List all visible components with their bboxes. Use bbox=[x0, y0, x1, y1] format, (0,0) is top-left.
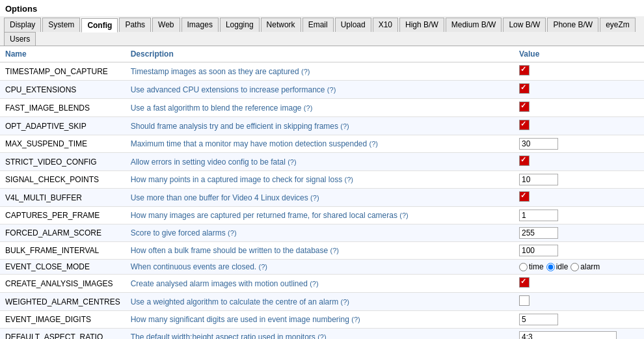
checkbox-checked-icon[interactable] bbox=[519, 65, 530, 75]
row-name-signal_check_points: SIGNAL_CHECK_POINTS bbox=[0, 171, 126, 189]
text-input-forced_alarm_score[interactable] bbox=[519, 227, 558, 239]
table-row: DEFAULT_ASPECT_RATIOThe default width:he… bbox=[0, 329, 644, 340]
tabs-bar: DisplaySystemConfigPathsWebImagesLogging… bbox=[0, 16, 644, 46]
help-icon[interactable]: (?) bbox=[310, 280, 318, 288]
tab-display[interactable]: Display bbox=[4, 18, 41, 32]
row-desc-text: Use advanced CPU extensions to increase … bbox=[131, 85, 327, 94]
tab-x10[interactable]: X10 bbox=[373, 18, 398, 32]
tab-high-bw[interactable]: High B/W bbox=[399, 18, 444, 32]
text-input-captures_per_frame[interactable] bbox=[519, 210, 558, 221]
row-name-bulk_frame_interval: BULK_FRAME_INTERVAL bbox=[0, 242, 126, 260]
radio-input-idle[interactable] bbox=[546, 263, 555, 271]
row-desc-text: The default width:height aspect ratio us… bbox=[131, 332, 318, 339]
help-icon[interactable]: (?) bbox=[304, 104, 312, 112]
row-desc-timestamp_on_capture: Timestamp images as soon as they are cap… bbox=[126, 62, 514, 81]
checkbox-unchecked-icon[interactable] bbox=[519, 295, 530, 306]
options-table: Name Description Value TIMESTAMP_ON_CAPT… bbox=[0, 46, 644, 339]
row-desc-text: How often a bulk frame should be written… bbox=[131, 246, 330, 255]
row-desc-text: Should frame analysis try and be efficie… bbox=[131, 122, 341, 131]
help-icon[interactable]: (?) bbox=[340, 122, 349, 130]
text-input-bulk_frame_interval[interactable] bbox=[519, 245, 558, 256]
tab-eyezm[interactable]: eyeZm bbox=[600, 18, 636, 32]
row-desc-text: Timestamp images as soon as they are cap… bbox=[131, 67, 301, 76]
row-name-opt_adaptive_skip: OPT_ADAPTIVE_SKIP bbox=[0, 117, 126, 135]
table-row: MAX_SUSPEND_TIMEMaximum time that a moni… bbox=[0, 135, 644, 153]
help-icon[interactable]: (?) bbox=[288, 158, 296, 166]
help-icon[interactable]: (?) bbox=[310, 194, 319, 202]
row-desc-text: How many significant digits are used in … bbox=[131, 315, 352, 324]
row-value-max_suspend_time bbox=[514, 135, 644, 153]
checkbox-checked-icon[interactable] bbox=[519, 156, 530, 166]
row-desc-strict_video_config: Allow errors in setting video config to … bbox=[126, 153, 514, 171]
table-row: SIGNAL_CHECK_POINTSHow many points in a … bbox=[0, 171, 644, 189]
row-desc-text: Use a fast algorithm to blend the refere… bbox=[131, 103, 304, 113]
checkbox-checked-icon[interactable] bbox=[519, 277, 530, 288]
row-desc-text: Allow errors in setting video config to … bbox=[131, 157, 288, 167]
tab-phone-bw[interactable]: Phone B/W bbox=[547, 18, 598, 32]
row-value-captures_per_frame bbox=[514, 207, 644, 224]
tab-upload[interactable]: Upload bbox=[335, 18, 371, 32]
row-name-strict_video_config: STRICT_VIDEO_CONFIG bbox=[0, 153, 126, 171]
tab-low-bw[interactable]: Low B/W bbox=[503, 18, 546, 32]
help-icon[interactable]: (?) bbox=[399, 211, 408, 219]
tab-logging[interactable]: Logging bbox=[220, 18, 260, 32]
radio-input-alarm[interactable] bbox=[570, 263, 579, 271]
content-area: Name Description Value TIMESTAMP_ON_CAPT… bbox=[0, 46, 644, 339]
row-name-default_aspect_ratio: DEFAULT_ASPECT_RATIO bbox=[0, 329, 126, 340]
text-input-signal_check_points[interactable] bbox=[519, 174, 558, 185]
table-row: WEIGHTED_ALARM_CENTRESUse a weighted alg… bbox=[0, 293, 644, 311]
help-icon[interactable]: (?) bbox=[351, 316, 360, 323]
radio-label-time[interactable]: time bbox=[519, 262, 544, 271]
table-row: OPT_ADAPTIVE_SKIPShould frame analysis t… bbox=[0, 117, 644, 135]
help-icon[interactable]: (?) bbox=[327, 86, 336, 94]
col-header-value: Value bbox=[514, 46, 644, 62]
checkbox-checked-icon[interactable] bbox=[519, 191, 530, 202]
row-value-timestamp_on_capture bbox=[514, 62, 644, 81]
row-value-cpu_extensions bbox=[514, 81, 644, 99]
tab-paths[interactable]: Paths bbox=[119, 18, 151, 32]
radio-input-time[interactable] bbox=[519, 263, 528, 271]
help-icon[interactable]: (?) bbox=[330, 247, 339, 254]
row-name-weighted_alarm_centres: WEIGHTED_ALARM_CENTRES bbox=[0, 293, 126, 311]
radio-label-idle[interactable]: idle bbox=[546, 262, 569, 271]
tab-medium-bw[interactable]: Medium B/W bbox=[446, 18, 502, 32]
tab-config[interactable]: Config bbox=[81, 18, 118, 33]
tab-email[interactable]: Email bbox=[302, 18, 334, 32]
checkbox-checked-icon[interactable] bbox=[519, 120, 530, 130]
checkbox-checked-icon[interactable] bbox=[519, 83, 530, 94]
help-icon[interactable]: (?) bbox=[301, 68, 310, 75]
row-value-strict_video_config bbox=[514, 153, 644, 171]
help-icon[interactable]: (?) bbox=[345, 176, 353, 183]
row-value-fast_image_blends bbox=[514, 99, 644, 117]
row-desc-max_suspend_time: Maximum time that a monitor may have mot… bbox=[126, 135, 514, 153]
row-desc-event_close_mode: When continuous events are closed. (?) bbox=[126, 260, 514, 275]
tab-system[interactable]: System bbox=[42, 18, 80, 32]
tab-users[interactable]: Users bbox=[4, 32, 36, 46]
radio-label-alarm[interactable]: alarm bbox=[570, 262, 600, 271]
help-icon[interactable]: (?) bbox=[341, 298, 349, 306]
table-row: TIMESTAMP_ON_CAPTURETimestamp images as … bbox=[0, 62, 644, 81]
text-input-event_image_digits[interactable] bbox=[519, 314, 558, 325]
tab-images[interactable]: Images bbox=[181, 18, 219, 32]
table-row: EVENT_CLOSE_MODEWhen continuous events a… bbox=[0, 260, 644, 275]
help-icon[interactable]: (?) bbox=[228, 229, 236, 237]
text-input-max_suspend_time[interactable] bbox=[519, 138, 558, 150]
table-row: STRICT_VIDEO_CONFIGAllow errors in setti… bbox=[0, 153, 644, 171]
row-desc-cpu_extensions: Use advanced CPU extensions to increase … bbox=[126, 81, 514, 99]
checkbox-checked-icon[interactable] bbox=[519, 102, 530, 112]
row-value-weighted_alarm_centres bbox=[514, 293, 644, 311]
row-value-default_aspect_ratio bbox=[514, 329, 644, 340]
table-row: EVENT_IMAGE_DIGITSHow many significant d… bbox=[0, 311, 644, 329]
table-row: BULK_FRAME_INTERVALHow often a bulk fram… bbox=[0, 242, 644, 260]
tab-web[interactable]: Web bbox=[152, 18, 180, 32]
row-value-v4l_multi_buffer bbox=[514, 189, 644, 207]
tab-network[interactable]: Network bbox=[261, 18, 301, 32]
row-desc-text: Create analysed alarm images with motion… bbox=[131, 279, 310, 288]
help-icon[interactable]: (?) bbox=[317, 333, 326, 339]
text-input-default_aspect_ratio[interactable] bbox=[519, 331, 617, 339]
row-name-create_analysis_images: CREATE_ANALYSIS_IMAGES bbox=[0, 275, 126, 293]
help-icon[interactable]: (?) bbox=[369, 140, 378, 148]
table-row: CPU_EXTENSIONSUse advanced CPU extension… bbox=[0, 81, 644, 99]
row-desc-text: How many images are captured per returne… bbox=[131, 211, 400, 220]
help-icon[interactable]: (?) bbox=[258, 263, 267, 271]
